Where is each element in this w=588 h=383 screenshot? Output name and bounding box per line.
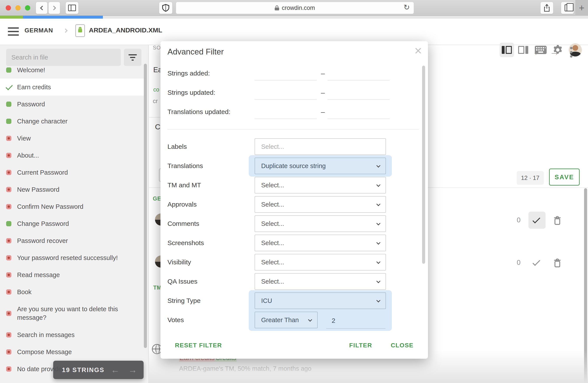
qa-issues-select[interactable]: Select... bbox=[255, 273, 386, 290]
filter-button[interactable]: FILTER bbox=[349, 342, 372, 349]
privacy-shield-button[interactable] bbox=[159, 2, 172, 14]
range-dash: – bbox=[318, 69, 327, 78]
delete-button[interactable] bbox=[552, 257, 562, 268]
string-label: Earn credits bbox=[17, 84, 51, 91]
advanced-filter-modal: Advanced Filter × Strings added: – Strin… bbox=[160, 41, 428, 359]
browser-window: crowdin.com ↻ + GERMAN ARDEA_ANDROID.XML bbox=[0, 0, 588, 383]
comfortable-view-button[interactable] bbox=[517, 43, 530, 57]
field-label: Visibility bbox=[168, 259, 191, 266]
minimize-window-button[interactable] bbox=[15, 5, 21, 11]
chevron-left-icon bbox=[40, 5, 44, 10]
delete-button[interactable] bbox=[552, 215, 562, 226]
filter-row-comments: Comments Select... bbox=[160, 214, 419, 233]
list-item[interactable]: Are you sure you want to delete this mes… bbox=[0, 301, 144, 326]
field-label: Labels bbox=[168, 143, 187, 150]
new-tab-button[interactable]: + bbox=[575, 0, 588, 16]
back-button[interactable] bbox=[36, 2, 47, 14]
screenshots-select[interactable]: Select... bbox=[255, 235, 386, 251]
next-string-button[interactable]: → bbox=[128, 365, 137, 375]
reload-icon[interactable]: ↻ bbox=[404, 3, 410, 12]
chevron-down-icon bbox=[376, 163, 380, 167]
tm-mt-select[interactable]: Select... bbox=[255, 177, 386, 193]
modal-scrollbar[interactable] bbox=[422, 66, 425, 264]
previous-arrow-button[interactable]: ← bbox=[532, 45, 543, 58]
previous-string-button[interactable]: ← bbox=[111, 365, 120, 375]
list-item[interactable]: Change Password bbox=[0, 215, 144, 232]
comments-select[interactable]: Select... bbox=[255, 215, 386, 232]
approvals-select[interactable]: Select... bbox=[255, 196, 386, 213]
list-item[interactable]: Current Password bbox=[0, 164, 144, 181]
string-label: New Password bbox=[17, 186, 59, 193]
range-dash: – bbox=[318, 89, 327, 97]
field-label: String Type bbox=[168, 297, 201, 304]
list-item[interactable]: Change character bbox=[0, 113, 144, 130]
string-label: Current Password bbox=[17, 169, 68, 176]
zoom-window-button[interactable] bbox=[25, 5, 30, 11]
save-button[interactable]: SAVE bbox=[549, 168, 580, 186]
list-item[interactable]: Book bbox=[0, 283, 144, 301]
menu-button[interactable] bbox=[8, 26, 19, 37]
left-panel-layout-icon bbox=[502, 46, 512, 54]
translations-updated-from-input[interactable] bbox=[255, 107, 317, 119]
selected-value: ICU bbox=[261, 297, 272, 304]
status-badge bbox=[6, 136, 11, 141]
reset-filter-button[interactable]: RESET FILTER bbox=[175, 342, 222, 349]
filter-row-strings-updated: Strings updated: – bbox=[160, 83, 419, 102]
next-arrow-button[interactable]: → bbox=[549, 45, 560, 58]
votes-comparison-select[interactable]: Greater Than bbox=[255, 312, 318, 328]
list-item[interactable]: Earn credits bbox=[0, 79, 144, 96]
translations-select[interactable]: Duplicate source string bbox=[255, 158, 386, 174]
strings-added-to-input[interactable] bbox=[328, 68, 390, 81]
approve-button[interactable] bbox=[528, 212, 546, 229]
filter-row-qa-issues: QA Issues Select... bbox=[160, 272, 419, 291]
visibility-select[interactable]: Select... bbox=[255, 254, 386, 270]
string-label: View bbox=[17, 135, 31, 142]
browser-toolbar: crowdin.com ↻ + bbox=[0, 0, 588, 16]
forward-button[interactable] bbox=[48, 2, 60, 14]
show-tabs-button[interactable] bbox=[561, 2, 574, 14]
chevron-down-icon bbox=[376, 221, 380, 225]
field-label: QA Issues bbox=[168, 278, 197, 285]
labels-input[interactable]: Select... bbox=[255, 138, 386, 155]
tabs-icon bbox=[565, 4, 570, 11]
filter-row-translations-updated: Translations updated: – bbox=[160, 102, 419, 121]
selected-value: Select... bbox=[261, 201, 284, 208]
votes-number-input[interactable]: 2 bbox=[326, 313, 385, 329]
breadcrumb-language[interactable]: GERMAN bbox=[24, 27, 53, 34]
string-type-select[interactable]: ICU bbox=[255, 292, 386, 309]
chevron-right-icon bbox=[63, 28, 68, 33]
strings-added-from-input[interactable] bbox=[255, 68, 317, 81]
sidebar-scrollbar[interactable] bbox=[144, 64, 147, 348]
translations-updated-to-input[interactable] bbox=[328, 107, 390, 119]
status-badge bbox=[6, 272, 11, 278]
sidebar-toggle-button[interactable] bbox=[65, 2, 79, 14]
approve-button[interactable] bbox=[528, 254, 546, 271]
address-bar[interactable]: crowdin.com ↻ bbox=[176, 2, 414, 14]
more-options-button[interactable] bbox=[570, 47, 572, 58]
list-item[interactable]: About... bbox=[0, 147, 144, 164]
filter-row-string-type: String Type ICU bbox=[160, 291, 419, 310]
list-item[interactable]: Confirm New Password bbox=[0, 198, 144, 215]
strings-updated-to-input[interactable] bbox=[328, 87, 390, 100]
filter-row-labels: Labels Select... bbox=[160, 137, 419, 156]
status-badge bbox=[6, 238, 11, 243]
list-item[interactable]: Search in messages bbox=[0, 326, 144, 343]
close-window-button[interactable] bbox=[6, 5, 11, 11]
field-label: Comments bbox=[168, 220, 199, 227]
side-by-side-view-button[interactable] bbox=[500, 43, 514, 57]
close-icon[interactable]: × bbox=[414, 44, 422, 57]
list-item[interactable]: Compose Message bbox=[0, 343, 144, 361]
list-item[interactable]: New Password bbox=[0, 181, 144, 198]
strings-updated-from-input[interactable] bbox=[255, 87, 317, 100]
breadcrumb-file-name[interactable]: ARDEA_ANDROID.XML bbox=[89, 26, 162, 34]
share-button[interactable] bbox=[540, 2, 553, 14]
strings-sidebar: Search in file Welcome! Earn credits Pas… bbox=[0, 45, 149, 383]
list-item[interactable]: Welcome! bbox=[0, 61, 144, 79]
list-item[interactable]: Your password reseted successully! bbox=[0, 249, 144, 266]
list-item[interactable]: View bbox=[0, 130, 144, 147]
list-item[interactable]: Password bbox=[0, 96, 144, 113]
status-badge bbox=[6, 349, 11, 355]
close-button[interactable]: CLOSE bbox=[391, 342, 414, 349]
list-item[interactable]: Password recover bbox=[0, 232, 144, 249]
list-item[interactable]: Read message bbox=[0, 266, 144, 283]
